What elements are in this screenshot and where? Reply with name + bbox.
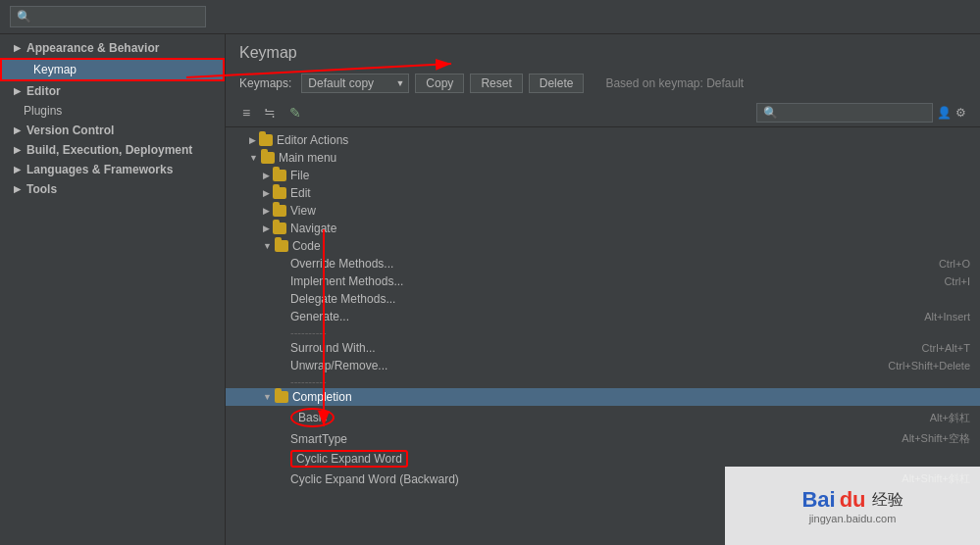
edit-label: Edit bbox=[290, 186, 311, 200]
sidebar-item-plugins[interactable]: Plugins bbox=[0, 101, 225, 121]
sidebar-item-build[interactable]: ▶ Build, Execution, Deployment bbox=[0, 140, 225, 160]
sidebar-item-vcs[interactable]: ▶ Version Control bbox=[0, 121, 225, 140]
tree-item-surround[interactable]: Surround With... Ctrl+Alt+T bbox=[226, 339, 980, 357]
cyclic-label: Cyclic Expand Word bbox=[290, 450, 408, 468]
smarttype-shortcut: Alt+Shift+空格 bbox=[902, 431, 980, 446]
watermark: Bai du 经验 jingyan.baidu.com bbox=[725, 467, 980, 545]
tree-item-generate[interactable]: Generate... Alt+Insert bbox=[226, 308, 980, 325]
basic-label: Basic bbox=[290, 408, 335, 427]
baidu-text: Bai bbox=[801, 487, 835, 513]
sidebar-item-tools[interactable]: ▶ Tools bbox=[0, 179, 225, 199]
actions-toolbar: ≡ ≒ ✎ 👤 ⚙ bbox=[226, 99, 980, 127]
sidebar-item-editor[interactable]: ▶ Editor bbox=[0, 81, 225, 101]
tree-item-smarttype[interactable]: SmartType Alt+Shift+空格 bbox=[226, 429, 980, 448]
tree-item-completion[interactable]: ▼ Completion bbox=[226, 388, 980, 406]
main-menu-label: Main menu bbox=[279, 151, 336, 165]
unwrap-shortcut: Ctrl+Shift+Delete bbox=[888, 360, 980, 372]
tree-item-file[interactable]: ▶ File bbox=[226, 167, 980, 184]
settings-sidebar: ▶ Appearance & Behavior Keymap ▶ Editor … bbox=[0, 34, 226, 545]
editor-arrow-icon: ▶ bbox=[14, 86, 21, 96]
copy-button[interactable]: Copy bbox=[415, 74, 464, 93]
keymap-search-input[interactable] bbox=[756, 103, 933, 123]
top-search-input[interactable] bbox=[10, 6, 206, 27]
sidebar-item-appearance[interactable]: ▶ Appearance & Behavior bbox=[0, 38, 225, 58]
folder-icon-edit bbox=[273, 187, 286, 199]
implement-shortcut: Ctrl+I bbox=[944, 275, 980, 287]
cyclic-backward-label: Cyclic Expand Word (Backward) bbox=[290, 472, 459, 486]
search-area: 👤 ⚙ bbox=[756, 103, 966, 123]
generate-label: Generate... bbox=[290, 310, 349, 323]
navigate-label: Navigate bbox=[290, 222, 336, 235]
person-icon[interactable]: 👤 bbox=[937, 106, 952, 120]
folder-icon-editor bbox=[259, 134, 273, 146]
tree-item-implement[interactable]: Implement Methods... Ctrl+I bbox=[226, 272, 980, 290]
based-on-label: Based on keymap: Default bbox=[605, 76, 744, 90]
build-arrow-icon: ▶ bbox=[14, 145, 21, 155]
tree-item-main-menu[interactable]: ▼ Main menu bbox=[226, 149, 980, 167]
tree-arrow-edit: ▶ bbox=[263, 188, 270, 198]
folder-icon-navigate bbox=[273, 223, 286, 234]
override-label: Override Methods... bbox=[290, 257, 393, 271]
tree-arrow-view: ▶ bbox=[263, 206, 270, 216]
tree-item-view[interactable]: ▶ View bbox=[226, 202, 980, 220]
separator-1: ---------- bbox=[226, 325, 980, 339]
baidu-url: jingyan.baidu.com bbox=[809, 513, 897, 524]
tree-item-delegate[interactable]: Delegate Methods... bbox=[226, 290, 980, 308]
keymap-select-wrapper: Default copy Default ▼ bbox=[301, 74, 409, 93]
separator-2: ---------- bbox=[226, 374, 980, 388]
settings-icon[interactable]: ⚙ bbox=[955, 106, 966, 120]
collapse-all-icon[interactable]: ≒ bbox=[261, 103, 279, 123]
tree-item-unwrap[interactable]: Unwrap/Remove... Ctrl+Shift+Delete bbox=[226, 357, 980, 374]
keymap-select[interactable]: Default copy Default bbox=[301, 74, 409, 93]
tree-arrow-main: ▼ bbox=[249, 153, 258, 163]
tree-item-code[interactable]: ▼ Code bbox=[226, 237, 980, 255]
folder-icon-completion bbox=[275, 391, 288, 403]
folder-icon-file bbox=[273, 170, 286, 181]
tree-item-editor-actions[interactable]: ▶ Editor Actions bbox=[226, 131, 980, 149]
completion-label: Completion bbox=[292, 390, 352, 404]
tree-arrow-navigate: ▶ bbox=[263, 223, 270, 233]
unwrap-label: Unwrap/Remove... bbox=[290, 359, 387, 372]
reset-button[interactable]: Reset bbox=[470, 74, 522, 93]
sidebar-item-languages[interactable]: ▶ Languages & Frameworks bbox=[0, 160, 225, 179]
delete-button[interactable]: Delete bbox=[529, 74, 585, 93]
code-label: Code bbox=[292, 239, 321, 253]
delegate-label: Delegate Methods... bbox=[290, 292, 395, 306]
vcs-arrow-icon: ▶ bbox=[14, 125, 21, 135]
tree-item-override[interactable]: Override Methods... Ctrl+O bbox=[226, 255, 980, 272]
tree-arrow-editor: ▶ bbox=[249, 135, 256, 145]
folder-icon-code bbox=[275, 240, 288, 252]
sidebar-item-keymap[interactable]: Keymap bbox=[0, 58, 225, 81]
basic-shortcut: Alt+斜杠 bbox=[930, 411, 980, 425]
surround-label: Surround With... bbox=[290, 341, 376, 355]
tools-arrow-icon: ▶ bbox=[14, 184, 21, 194]
expand-all-icon[interactable]: ≡ bbox=[239, 103, 253, 123]
tree-item-basic[interactable]: Basic Alt+斜杠 bbox=[226, 406, 980, 429]
generate-shortcut: Alt+Insert bbox=[924, 311, 980, 322]
tree-item-edit[interactable]: ▶ Edit bbox=[226, 184, 980, 202]
page-title: Keymap bbox=[226, 34, 980, 68]
keymaps-label: Keymaps: bbox=[239, 76, 291, 90]
folder-icon-view bbox=[273, 205, 286, 217]
implement-label: Implement Methods... bbox=[290, 274, 403, 288]
edit-icon[interactable]: ✎ bbox=[286, 103, 304, 123]
tree-arrow-completion: ▼ bbox=[263, 392, 272, 402]
tree-item-navigate[interactable]: ▶ Navigate bbox=[226, 220, 980, 237]
file-label: File bbox=[290, 169, 309, 182]
override-shortcut: Ctrl+O bbox=[939, 258, 980, 270]
baidu-jingyan: 经验 bbox=[872, 490, 903, 511]
lang-arrow-icon: ▶ bbox=[14, 165, 21, 174]
baidu-du: du bbox=[840, 487, 866, 513]
tree-arrow-file: ▶ bbox=[263, 171, 270, 180]
keymap-toolbar: Keymaps: Default copy Default ▼ Copy Res… bbox=[226, 68, 980, 99]
surround-shortcut: Ctrl+Alt+T bbox=[921, 342, 980, 354]
expand-arrow-icon: ▶ bbox=[14, 43, 21, 53]
folder-icon-main bbox=[261, 152, 275, 164]
tree-arrow-code: ▼ bbox=[263, 241, 272, 251]
smarttype-label: SmartType bbox=[290, 432, 347, 446]
editor-actions-label: Editor Actions bbox=[277, 133, 348, 147]
view-label: View bbox=[290, 204, 316, 218]
